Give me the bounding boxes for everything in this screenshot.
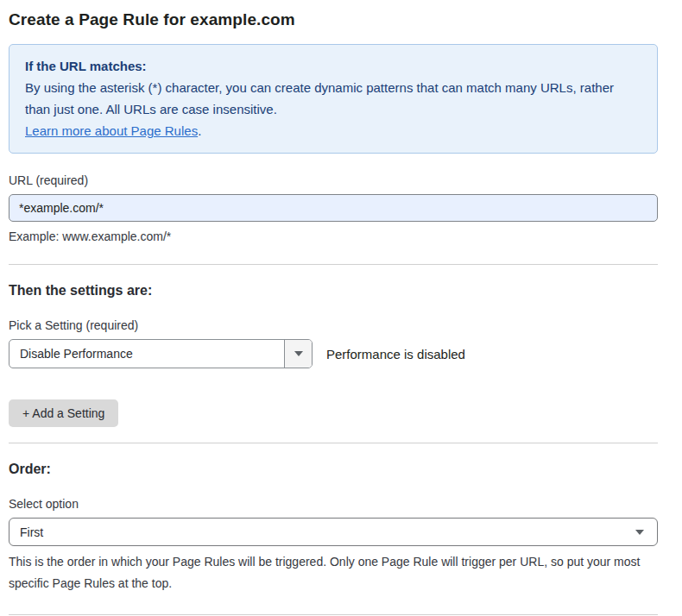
page-title: Create a Page Rule for example.com: [9, 10, 658, 29]
add-setting-button[interactable]: + Add a Setting: [9, 399, 118, 427]
setting-select[interactable]: Disable Performance: [9, 339, 313, 368]
setting-select-value: Disable Performance: [9, 340, 284, 368]
order-select-arrow: [635, 519, 657, 545]
settings-section-heading: Then the settings are:: [9, 283, 658, 299]
link-suffix: .: [198, 123, 201, 138]
order-select-label: Select option: [9, 497, 658, 511]
url-example-text: Example: www.example.com/*: [9, 229, 658, 243]
order-section-heading: Order:: [9, 462, 658, 477]
page-rule-form: Create a Page Rule for example.com If th…: [0, 0, 682, 616]
url-field-label: URL (required): [9, 173, 658, 187]
learn-more-link[interactable]: Learn more about Page Rules: [25, 123, 198, 138]
divider: [9, 443, 658, 443]
order-select-wrap: First: [9, 518, 658, 546]
setting-status-text: Performance is disabled: [326, 347, 465, 361]
info-box-body-text: By using the asterisk (*) character, you…: [25, 80, 614, 116]
chevron-down-icon: [294, 351, 303, 356]
setting-row: Disable Performance Performance is disab…: [9, 339, 658, 368]
url-input[interactable]: [9, 194, 658, 222]
divider: [9, 264, 658, 265]
url-match-info-box: If the URL matches: By using the asteris…: [9, 44, 658, 154]
info-box-body: By using the asterisk (*) character, you…: [25, 77, 641, 141]
order-select-value: First: [9, 519, 635, 545]
divider: [9, 614, 658, 615]
setting-picker-label: Pick a Setting (required): [9, 318, 658, 332]
info-box-heading: If the URL matches:: [25, 55, 641, 77]
setting-select-arrow-button[interactable]: [284, 340, 312, 368]
order-select[interactable]: First: [9, 518, 658, 546]
chevron-down-icon: [635, 530, 644, 535]
order-help-text: This is the order in which your Page Rul…: [9, 551, 658, 594]
